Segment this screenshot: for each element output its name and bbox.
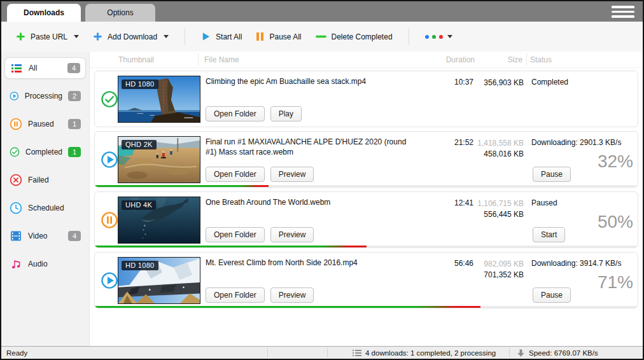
size-total: 982,095 KB xyxy=(469,259,524,270)
sidebar: All 4 Processing 2 Paused 1 Completed 1 … xyxy=(1,52,90,346)
open-folder-button[interactable]: Open Folder xyxy=(206,106,265,121)
download-row-2[interactable]: QHD 2K Final run #1 MAXIAVALANCHE ALPE D… xyxy=(94,131,638,188)
app-window: Downloads Options Paste URL Add Download… xyxy=(0,0,644,360)
sidebar-item-audio[interactable]: Audio xyxy=(4,253,86,275)
size-downloaded: 556,445 KB xyxy=(469,209,524,220)
statusbar-ready-text: Ready xyxy=(1,349,27,357)
dot-green-icon xyxy=(432,35,436,39)
thumbnail-mtb-race: QHD 2K xyxy=(118,136,200,183)
size-downloaded: 458,016 KB xyxy=(469,149,524,160)
plus-blue-icon xyxy=(93,32,102,41)
pause-all-button[interactable]: Pause All xyxy=(250,27,307,46)
toolbar-separator xyxy=(185,29,185,45)
file-name: Climbing the epic Am Buachaille sea stac… xyxy=(206,76,417,87)
chevron-down-icon xyxy=(447,35,452,38)
sidebar-item-label: Processing xyxy=(25,92,62,100)
sidebar-item-label: Audio xyxy=(28,260,48,268)
sidebar-item-label: Failed xyxy=(28,176,49,184)
duration-value: 56:46 xyxy=(413,259,473,268)
statusbar-separator xyxy=(509,348,510,357)
sidebar-item-failed[interactable]: Failed xyxy=(4,169,86,191)
preview-button[interactable]: Preview xyxy=(270,227,314,242)
size-value: 356,903 KB xyxy=(469,78,524,88)
pause-circle-icon xyxy=(10,118,22,130)
play-button[interactable]: Play xyxy=(270,106,302,121)
quality-badge: HD 1080 xyxy=(122,80,158,89)
sidebar-item-all[interactable]: All 4 xyxy=(4,57,86,79)
duration-value: 12:41 xyxy=(413,198,473,207)
delete-completed-button[interactable]: Delete Completed xyxy=(310,28,398,46)
thumbnail-everest: HD 1080 xyxy=(118,257,200,304)
delete-completed-label: Delete Completed xyxy=(332,32,393,41)
x-circle-icon xyxy=(10,174,22,186)
titlebar: Downloads Options xyxy=(1,1,643,22)
pause-download-button[interactable]: Pause xyxy=(533,287,571,303)
add-download-button[interactable]: Add Download xyxy=(87,27,174,46)
tab-options[interactable]: Options xyxy=(85,4,155,22)
column-file-name: File Name xyxy=(204,55,239,64)
sidebar-item-paused[interactable]: Paused 1 xyxy=(4,113,86,135)
pause-download-button[interactable]: Pause xyxy=(533,167,571,182)
column-duration: Duration xyxy=(421,55,475,64)
statusbar-separator xyxy=(267,348,268,357)
more-actions-button[interactable] xyxy=(419,31,458,43)
column-separator xyxy=(198,53,199,66)
dot-red-icon xyxy=(439,35,443,39)
downloading-play-icon xyxy=(101,151,118,169)
dot-blue-icon xyxy=(425,35,429,39)
hamburger-menu-icon[interactable] xyxy=(612,6,634,18)
count-badge: 1 xyxy=(68,147,81,157)
statusbar: Ready 4 downloads: 1 completed, 2 proces… xyxy=(1,346,643,359)
sidebar-item-completed[interactable]: Completed 1 xyxy=(4,141,86,163)
start-all-button[interactable]: Start All xyxy=(195,27,248,46)
statusbar-summary-text: 4 downloads: 1 completed, 2 processing xyxy=(365,349,496,357)
sidebar-item-label: Paused xyxy=(28,120,54,128)
count-badge: 4 xyxy=(68,231,81,241)
progress-bar xyxy=(95,185,638,187)
list-summary-icon xyxy=(353,349,361,357)
size-total: 1,418,558 KB xyxy=(469,138,524,149)
column-status: Status xyxy=(530,55,552,64)
sidebar-item-video[interactable]: Video 4 xyxy=(4,225,86,247)
sidebar-item-label: All xyxy=(29,64,37,73)
status-text: Downloading: 3914.7 KB/s xyxy=(531,259,621,268)
file-name: One Breath Around The World.webm xyxy=(206,197,417,207)
play-icon xyxy=(201,32,211,41)
paste-url-button[interactable]: Paste URL xyxy=(10,27,85,46)
statusbar-separator xyxy=(327,348,328,357)
quality-badge: HD 1080 xyxy=(122,261,158,270)
preview-button[interactable]: Preview xyxy=(270,287,314,303)
open-folder-button[interactable]: Open Folder xyxy=(206,287,265,303)
preview-button[interactable]: Preview xyxy=(270,167,314,182)
percent-text: 71% xyxy=(598,272,633,293)
count-badge: 2 xyxy=(68,91,81,101)
open-folder-button[interactable]: Open Folder xyxy=(206,227,265,242)
status-text: Completed xyxy=(531,78,568,87)
dash-green-icon xyxy=(316,35,326,38)
download-row-3[interactable]: UHD 4K One Breath Around The World.webm … xyxy=(94,191,638,248)
play-circle-icon xyxy=(10,90,19,102)
status-text: Downloading: 2901.3 KB/s xyxy=(531,138,621,147)
download-arrow-icon xyxy=(517,349,525,357)
column-separator xyxy=(526,53,527,66)
quality-badge: UHD 4K xyxy=(122,200,156,210)
toolbar: Paste URL Add Download Start All Pause A… xyxy=(1,22,643,52)
tab-downloads[interactable]: Downloads xyxy=(7,4,81,22)
sidebar-item-scheduled[interactable]: Scheduled xyxy=(4,197,86,219)
plus-green-icon xyxy=(16,32,25,41)
download-row-1[interactable]: HD 1080 Climbing the epic Am Buachaille … xyxy=(94,71,638,127)
sidebar-item-processing[interactable]: Processing 2 xyxy=(4,85,86,107)
toolbar-separator xyxy=(409,29,409,45)
progress-bar xyxy=(95,246,638,247)
open-folder-button[interactable]: Open Folder xyxy=(206,167,265,182)
start-download-button[interactable]: Start xyxy=(533,227,565,242)
download-row-4[interactable]: HD 1080 Mt. Everest Climb from North Sid… xyxy=(94,252,638,308)
percent-text: 50% xyxy=(598,212,633,232)
add-download-label: Add Download xyxy=(108,32,157,41)
start-all-label: Start All xyxy=(216,32,242,41)
duration-value: 10:37 xyxy=(413,78,473,87)
column-size: Size xyxy=(477,55,522,64)
duration-value: 21:52 xyxy=(413,138,473,147)
count-badge: 1 xyxy=(68,119,81,129)
count-badge: 4 xyxy=(67,63,80,73)
